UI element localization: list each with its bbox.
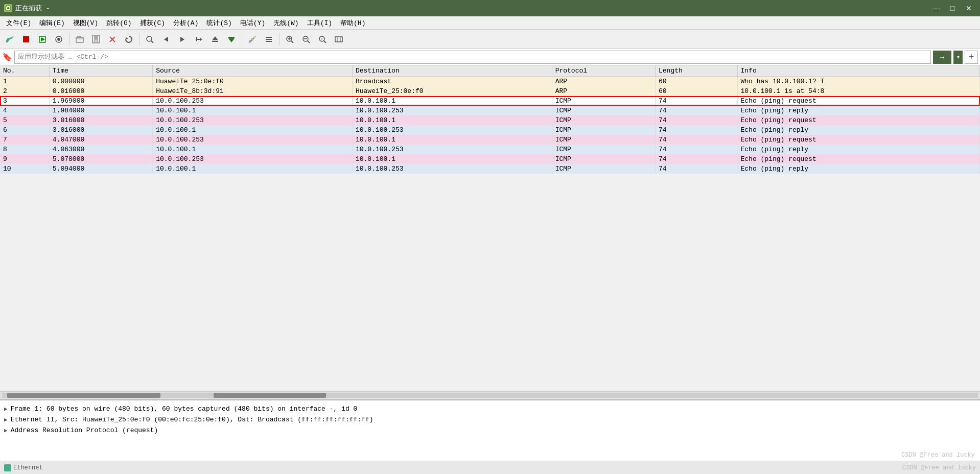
title-bar: 正在捕获 - — □ ✕	[0, 0, 980, 16]
svg-marker-16	[180, 37, 184, 42]
toolbar-shark-button[interactable]	[2, 32, 17, 46]
close-button[interactable]: ✕	[962, 2, 976, 14]
table-row[interactable]: 105.09400010.0.100.110.0.100.253ICMP74Ec…	[0, 164, 980, 174]
menu-view[interactable]: 视图(V)	[69, 17, 102, 29]
back-button[interactable]	[158, 32, 174, 46]
table-row[interactable]: 20.016000HuaweiTe_8b:3d:91HuaweiTe_25:0e…	[0, 86, 980, 96]
cell-time: 5.078000	[49, 154, 152, 164]
svg-marker-15	[164, 37, 168, 42]
detail-text-ethernet: Ethernet II, Src: HuaweiTe_25:0e:f0 (00:…	[11, 416, 374, 423]
menu-file[interactable]: 文件(E)	[2, 17, 35, 29]
table-row[interactable]: 74.04700010.0.100.25310.0.100.1ICMP74Ech…	[0, 135, 980, 145]
go-bottom-button[interactable]	[224, 32, 239, 46]
cell-destination: 10.0.100.253	[352, 164, 552, 174]
col-header-length: Length	[656, 65, 737, 77]
detail-item-arp[interactable]: ▶ Address Resolution Protocol (request)	[4, 425, 976, 436]
cell-info: Echo (ping) request	[737, 154, 980, 164]
cell-protocol: ICMP	[552, 145, 655, 154]
cell-length: 74	[656, 135, 737, 145]
status-interface-label: Ethernet	[13, 464, 43, 471]
horizontal-scrollbar[interactable]	[0, 391, 980, 399]
table-row[interactable]: 10.000000HuaweiTe_25:0e:f0BroadcastARP60…	[0, 77, 980, 87]
svg-line-14	[151, 41, 153, 43]
cell-length: 74	[656, 164, 737, 174]
detail-item-ethernet[interactable]: ▶ Ethernet II, Src: HuaweiTe_25:0e:f0 (0…	[4, 414, 976, 425]
maximize-button[interactable]: □	[945, 2, 960, 14]
cell-time: 3.016000	[49, 115, 152, 125]
cell-info: Echo (ping) reply	[737, 145, 980, 154]
column-list-button[interactable]	[261, 32, 276, 46]
cell-time: 1.984000	[49, 106, 152, 115]
menu-help[interactable]: 帮助(H)	[336, 17, 369, 29]
svg-rect-6	[76, 37, 83, 42]
cell-protocol: ARP	[552, 77, 655, 87]
cell-length: 74	[656, 115, 737, 125]
hscroll-thumb-2[interactable]	[214, 393, 326, 398]
col-header-protocol: Protocol	[552, 65, 655, 77]
go-top-button[interactable]	[207, 32, 223, 46]
toolbar: 1	[0, 30, 980, 49]
detail-chevron-1: ▶	[4, 406, 8, 412]
menu-jump[interactable]: 跳转(G)	[102, 17, 135, 29]
menu-statistics[interactable]: 统计(S)	[202, 17, 236, 29]
detail-item-frame[interactable]: ▶ Frame 1: 60 bytes on wire (480 bits), …	[4, 404, 976, 414]
table-row[interactable]: 63.01600010.0.100.110.0.100.253ICMP74Ech…	[0, 125, 980, 135]
svg-rect-41	[335, 37, 342, 42]
cell-protocol: ICMP	[552, 164, 655, 174]
zoom-normal-button[interactable]: 1	[315, 32, 330, 46]
detail-text-arp: Address Resolution Protocol (request)	[11, 426, 158, 434]
table-row[interactable]: 95.07800010.0.100.25310.0.100.1ICMP74Ech…	[0, 154, 980, 164]
table-header-row: No. Time Source Destination Protocol Len…	[0, 65, 980, 77]
menu-wireless[interactable]: 无线(W)	[269, 17, 302, 29]
resize-columns-button[interactable]	[331, 32, 346, 46]
close-file-button[interactable]	[105, 32, 120, 46]
menu-tools[interactable]: 工具(I)	[303, 17, 336, 29]
filter-dropdown-button[interactable]: ▾	[953, 51, 963, 64]
menu-edit[interactable]: 编辑(E)	[35, 17, 68, 29]
capture-options-button[interactable]	[51, 32, 66, 46]
filter-apply-button[interactable]: →	[933, 51, 951, 64]
filter-input[interactable]	[14, 51, 931, 64]
colorize-button[interactable]	[245, 32, 260, 46]
menu-capture[interactable]: 捕获(C)	[136, 17, 169, 29]
filter-add-button[interactable]: +	[965, 51, 978, 64]
find-packet-button[interactable]	[142, 32, 157, 46]
col-header-time: Time	[49, 65, 152, 77]
restart-capture-button[interactable]	[35, 32, 50, 46]
cell-destination: 10.0.100.253	[352, 106, 552, 115]
table-row[interactable]: 41.98400010.0.100.110.0.100.253ICMP74Ech…	[0, 106, 980, 115]
cell-info: Echo (ping) request	[737, 115, 980, 125]
zoom-out-button[interactable]	[298, 32, 314, 46]
svg-marker-18	[200, 37, 202, 41]
cell-source: 10.0.100.253	[153, 115, 353, 125]
forward-button[interactable]	[175, 32, 190, 46]
cell-protocol: ICMP	[552, 154, 655, 164]
svg-line-36	[308, 41, 310, 43]
hscroll-thumb-1[interactable]	[7, 393, 160, 398]
cell-destination: 10.0.100.1	[352, 115, 552, 125]
cell-protocol: ICMP	[552, 106, 655, 115]
cell-protocol: ICMP	[552, 96, 655, 106]
svg-marker-20	[212, 36, 218, 40]
detail-text-frame: Frame 1: 60 bytes on wire (480 bits), 60…	[11, 405, 358, 413]
packet-scroll[interactable]: No. Time Source Destination Protocol Len…	[0, 65, 980, 391]
menu-phone[interactable]: 电话(Y)	[236, 17, 269, 29]
cell-time: 1.969000	[49, 96, 152, 106]
toolbar-separator-4	[279, 33, 279, 45]
minimize-button[interactable]: —	[929, 2, 943, 14]
save-file-button[interactable]	[88, 32, 104, 46]
cell-source: 10.0.100.253	[153, 135, 353, 145]
cell-source: 10.0.100.1	[153, 145, 353, 154]
jump-button[interactable]	[191, 32, 206, 46]
reload-button[interactable]	[121, 32, 136, 46]
zoom-in-button[interactable]	[282, 32, 297, 46]
stop-capture-button[interactable]	[18, 32, 34, 46]
open-file-button[interactable]	[72, 32, 87, 46]
toolbar-separator-3	[242, 33, 242, 45]
table-row[interactable]: 84.06300010.0.100.110.0.100.253ICMP74Ech…	[0, 145, 980, 154]
table-row[interactable]: 53.01600010.0.100.25310.0.100.1ICMP74Ech…	[0, 115, 980, 125]
packet-table: No. Time Source Destination Protocol Len…	[0, 65, 980, 174]
table-row[interactable]: 31.96900010.0.100.25310.0.100.1ICMP74Ech…	[0, 96, 980, 106]
cell-time: 4.063000	[49, 145, 152, 154]
menu-analyze[interactable]: 分析(A)	[169, 17, 202, 29]
